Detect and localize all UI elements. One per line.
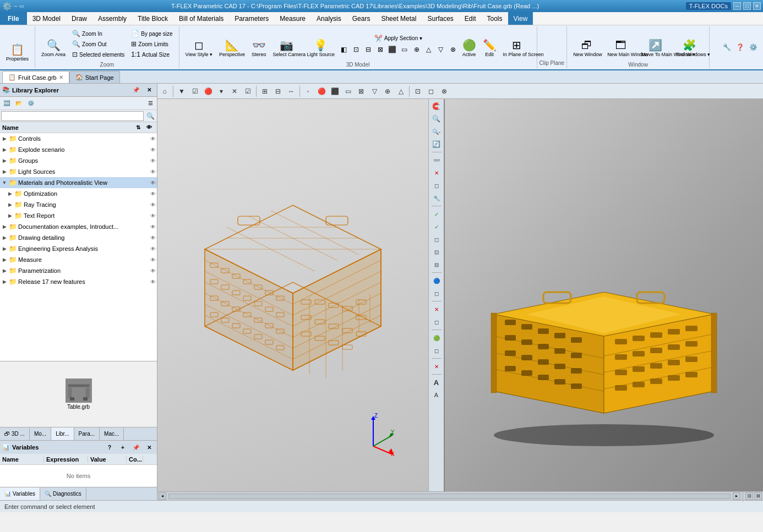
btn-by-page-size[interactable]: 📄 By page size [128, 29, 175, 39]
close-btn[interactable]: ✕ [753, 2, 761, 10]
eye-icon[interactable]: 👁 [150, 169, 156, 175]
btn-zoom-in[interactable]: 🔍 Zoom In [69, 29, 127, 39]
scroll-right-btn[interactable]: ▸ [733, 492, 740, 500]
left-tab-3d[interactable]: 🗗 3D ... [0, 427, 30, 440]
left-tab-mo[interactable]: Mo... [30, 427, 51, 440]
btn-new-window[interactable]: 🗗 New Window [570, 29, 603, 59]
var-pin-btn[interactable]: 📌 [130, 442, 141, 453]
vp-btn-cross[interactable]: ✕ [228, 85, 241, 97]
menu-file[interactable]: File [0, 12, 27, 25]
menu-assembly[interactable]: Assembly [92, 12, 132, 25]
library-pin-btn[interactable]: 📌 [130, 85, 141, 96]
vp-btn-snap3[interactable]: ↔ [285, 85, 297, 97]
btn-clip-9[interactable]: ▽ [435, 44, 446, 55]
menu-bom[interactable]: Bill of Materials [173, 12, 229, 25]
minimize-btn[interactable]: ─ [733, 2, 741, 10]
tree-item-measure[interactable]: ▶ 📁 Measure 👁 [0, 254, 157, 265]
doc-tab-fruitcase-close[interactable]: ✕ [59, 74, 63, 80]
rt-btn-zoom-out[interactable]: 🔍- [430, 125, 443, 138]
rt-btn-magnet[interactable]: 🧲 [430, 100, 443, 112]
rt-btn-sq1[interactable]: ◻ [430, 233, 443, 245]
rt-btn-sq5[interactable]: ◻ [430, 316, 443, 328]
menu-sheetmetal[interactable]: Sheet Metal [375, 12, 422, 25]
window-controls-max[interactable]: ▭ [19, 3, 24, 9]
rt-btn-rotate[interactable]: 🔄 [430, 138, 443, 150]
menu-gears[interactable]: Gears [347, 12, 376, 25]
vp-btn-sel4[interactable]: ☑ [242, 85, 254, 97]
left-tab-mac[interactable]: Mac... [100, 427, 124, 440]
eye-icon[interactable]: 👁 [150, 202, 156, 208]
var-add-btn[interactable]: + [117, 442, 128, 453]
tree-item-release17[interactable]: ▶ 📁 Release 17 new features 👁 [0, 276, 157, 287]
tree-item-docex[interactable]: ▶ 📁 Documentation examples, Introduct...… [0, 221, 157, 232]
btn-active[interactable]: 🟢 Active [460, 29, 479, 59]
vp-btn-c5[interactable]: ⊠ [355, 85, 367, 97]
rt-btn-check2[interactable]: ✓ [430, 221, 443, 233]
btn-new-main-window[interactable]: 🗔 New Main Window [604, 29, 637, 59]
var-tab-variables[interactable]: 📊 Variables [0, 487, 40, 500]
btn-tool-windows[interactable]: 🧩 Tool Windows ▾ [673, 29, 706, 59]
ribbon-settings[interactable]: ⚙️ [748, 42, 759, 53]
rt-btn-green-dia[interactable]: 🟢 [430, 332, 443, 344]
library-search-input[interactable] [1, 111, 144, 121]
left-tab-libr[interactable]: Libr... [51, 427, 74, 440]
maximize-btn[interactable]: □ [743, 2, 751, 10]
rt-btn-glasses2[interactable]: ◻ [430, 179, 443, 191]
rt-btn-x2[interactable]: ✕ [430, 303, 443, 315]
vp-btn-c2[interactable]: 🔴 [315, 85, 328, 97]
eye-icon[interactable]: 👁 [150, 147, 156, 153]
btn-clip-8[interactable]: △ [423, 44, 434, 55]
btn-actual-size[interactable]: 1:1 Actual Size [128, 50, 175, 59]
library-filter-btn[interactable]: 👁 [144, 122, 155, 133]
btn-apply-section[interactable]: ✂️ Apply Section ▾ [372, 34, 425, 43]
rt-btn-check1[interactable]: ✓ [430, 208, 443, 220]
rt-btn-x3[interactable]: ✕ [430, 360, 443, 372]
eye-icon[interactable]: 👁 [150, 180, 156, 186]
eye-icon[interactable]: 👁 [150, 136, 156, 142]
viewport-3d[interactable]: Z X Y [157, 99, 428, 491]
window-controls-min[interactable]: ─ [14, 3, 17, 9]
rt-btn-sq3[interactable]: ⊟ [430, 259, 443, 271]
vp-btn-filter[interactable]: ▼ [176, 85, 188, 97]
library-search-btn[interactable]: 🔍 [145, 111, 156, 122]
rt-btn-tool[interactable]: 🔧 [430, 192, 443, 204]
tree-item-drawing[interactable]: ▶ 📁 Drawing detailing 👁 [0, 232, 157, 243]
vp-btn-d2[interactable]: ◻ [425, 85, 437, 97]
btn-edit[interactable]: ✏️ Edit [480, 29, 499, 59]
btn-stereo[interactable]: 👓 Stereo [249, 29, 269, 59]
menu-analysis[interactable]: Analysis [311, 12, 347, 25]
ribbon-customize[interactable]: 🔧 [721, 42, 732, 53]
btn-clip-7[interactable]: ⊕ [411, 44, 422, 55]
rt-btn-zoom-in[interactable]: 🔍 [430, 113, 443, 125]
btn-view-style[interactable]: ◻ View Style ▾ [183, 29, 215, 59]
btn-zoom-area[interactable]: 🔍 Zoom Area [39, 29, 68, 59]
btn-clip-1[interactable]: ◧ [339, 44, 350, 55]
btn-selected-elements[interactable]: ⊡ Selected elements [69, 50, 127, 59]
vp-btn-c8[interactable]: △ [395, 85, 407, 97]
view-mode-1[interactable]: ⊡ [745, 492, 753, 500]
library-close-btn[interactable]: ✕ [144, 85, 155, 96]
menu-measure[interactable]: Measure [274, 12, 311, 25]
tree-item-raytracing[interactable]: ▶ 📁 Ray Tracing 👁 [0, 199, 157, 210]
btn-in-plane[interactable]: ⊞ In Plane of Screen [500, 29, 533, 59]
vp-btn-sel1[interactable]: ☑ [189, 85, 201, 97]
var-tab-diagnostics[interactable]: 🔍 Diagnostics [40, 487, 86, 500]
tree-item-textreport[interactable]: ▶ 📁 Text Report 👁 [0, 210, 157, 221]
rt-btn-glasses1[interactable]: 👓 [430, 154, 443, 166]
viewport-render[interactable] [444, 99, 763, 491]
btn-zoom-limits[interactable]: ⊞ Zoom Limits [128, 39, 175, 49]
vp-btn-snap2[interactable]: ⊟ [272, 85, 284, 97]
btn-clip-6[interactable]: ▭ [399, 44, 410, 55]
rt-btn-sphere[interactable]: 🔵 [430, 275, 443, 287]
tree-item-parametrization[interactable]: ▶ 📁 Parametrization 👁 [0, 265, 157, 276]
eye-icon[interactable]: 👁 [150, 246, 156, 252]
lib-btn-options[interactable]: ⚙️ [25, 98, 36, 109]
vp-btn-sel2[interactable]: 🔴 [202, 85, 214, 97]
btn-move-to-main[interactable]: ↗️ Move To Main Window ▾ [639, 29, 672, 59]
eye-icon[interactable]: 👁 [150, 268, 156, 274]
doc-tab-fruitcase[interactable]: 📋 Fruit Case.grb ✕ [2, 71, 69, 83]
tree-item-explode[interactable]: ▶ 📁 Explode scenario 👁 [0, 144, 157, 155]
tree-item-groups[interactable]: ▶ 📁 Groups 👁 [0, 155, 157, 166]
vp-btn-d3[interactable]: ⊗ [438, 85, 450, 97]
tree-item-controls[interactable]: ▶ 📁 Controls 👁 [0, 133, 157, 144]
